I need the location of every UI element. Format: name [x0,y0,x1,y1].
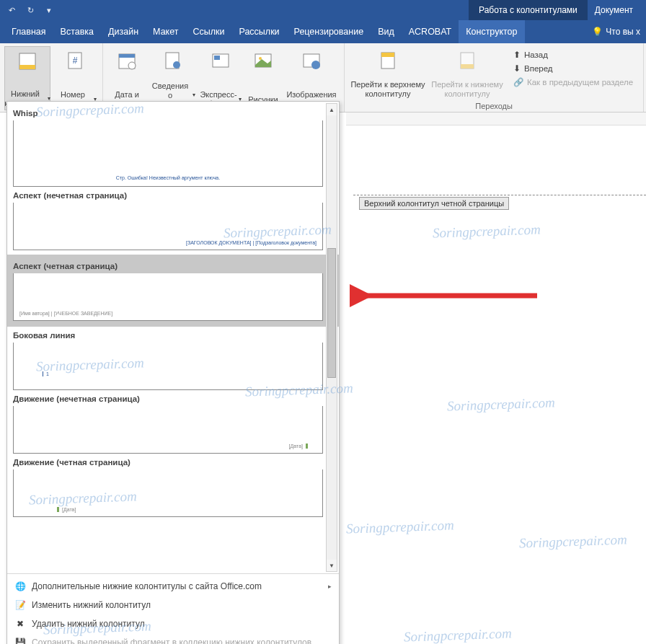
edit-footer-label: Изменить нижний колонтитул [32,600,151,610]
scroll-thumb[interactable] [327,248,336,378]
nav-back-button[interactable]: ⬆Назад [512,49,634,61]
tab-acrobat[interactable]: ACROBAT [402,20,459,43]
gallery-item-label: Боковая линия [13,331,323,340]
tab-mailings[interactable]: Рассылки [231,20,286,43]
svg-point-14 [311,61,320,69]
gallery-scrollbar[interactable]: ▲ ▼ [326,103,337,572]
footer-gallery: WhispСтр. Ошибка! Неизвестный аргумент к… [6,101,340,644]
goto-footer-label: Перейти к нижнему колонтитулу [430,80,505,99]
goto-footer-button: Перейти к нижнему колонтитулу [428,46,506,100]
online-pictures-icon [300,49,323,72]
svg-rect-16 [381,53,394,57]
nav-group-label: Переходы [349,102,639,110]
edit-icon: 📝 [14,599,26,611]
gallery-item[interactable]: Стр. Ошибка! Неизвестный аргумент ключа. [13,120,323,187]
quick-parts-icon [209,49,232,72]
arrow-down-icon: ⬇ [513,63,521,74]
calendar-icon [115,49,138,72]
annotation-arrow [350,280,544,312]
globe-icon: 🌐 [14,581,26,592]
more-footers-label: Дополнительные нижние колонтитулы с сайт… [32,581,262,591]
goto-header-button[interactable]: Перейти к верхнему колонтитулу [349,46,427,100]
svg-point-6 [128,62,136,69]
lightbulb-icon: 💡 [592,27,603,37]
tab-constructor[interactable]: Конструктор [459,20,524,43]
link-previous-label: Как в предыдущем разделе [527,78,633,87]
nav-back-label: Назад [524,50,548,59]
gallery-preview: [Дата] [13,469,323,517]
gallery-item[interactable]: Движение (нечетная страница)[Дата] [13,394,323,454]
document-page[interactable]: Верхний колонтитул четной страницы [346,125,646,644]
goto-header-icon [376,49,399,72]
edit-footer[interactable]: 📝 Изменить нижний колонтитул [7,596,339,614]
tell-me[interactable]: 💡 Что вы х [586,20,646,43]
doc-info-icon [161,49,184,72]
scroll-down-icon[interactable]: ▼ [327,560,337,571]
gallery-preview: 1 [13,343,323,390]
svg-point-8 [173,61,180,69]
gallery-item[interactable]: Боковая линия1 [13,331,323,390]
delete-icon: ✖ [14,618,26,630]
tab-references[interactable]: Ссылки [185,20,231,43]
ruler[interactable] [346,113,646,125]
gallery-preview: Стр. Ошибка! Неизвестный аргумент ключа. [13,120,323,187]
save-footer-selection: 💾 Сохранить выделенный фрагмент в коллек… [7,633,339,644]
tell-me-label: Что вы х [606,27,640,37]
save-icon: 💾 [14,637,26,644]
chevron-right-icon: ▸ [328,583,332,590]
header-label-tag: Верхний колонтитул четной страницы [359,197,509,210]
svg-rect-5 [119,54,135,58]
document-title: Документ [588,0,640,20]
undo-icon[interactable]: ↶ [6,4,17,16]
gallery-item[interactable]: Движение (четная страница)[Дата] [13,458,323,517]
nav-forward-button[interactable]: ⬇Вперед [512,63,634,74]
goto-header-label: Перейти к верхнему колонтитулу [350,80,425,99]
tab-insert[interactable]: Вставка [53,20,101,43]
link-previous-button: 🔗Как в предыдущем разделе [512,76,634,88]
gallery-preview: [Дата] [13,406,323,454]
remove-footer-label: Удалить нижний колонтитул [32,619,145,629]
svg-text:#: # [73,56,78,66]
nav-forward-label: Вперед [524,64,553,73]
svg-rect-18 [461,64,474,69]
tab-layout[interactable]: Макет [146,20,185,43]
footer-icon [16,50,39,73]
header-boundary [353,195,646,195]
gallery-preview: [ЗАГОЛОВОК ДОКУМЕНТА] | [Подзаголовок до… [13,203,323,250]
gallery-preview: [Имя автора] | [УЧЕБНОЕ ЗАВЕДЕНИЕ] [13,273,323,321]
tab-home[interactable]: Главная [4,20,53,43]
more-footers-online[interactable]: 🌐 Дополнительные нижние колонтитулы с са… [7,577,339,596]
arrow-up-icon: ⬆ [513,50,521,60]
document-area: Верхний колонтитул четной страницы [346,113,646,644]
tab-review[interactable]: Рецензирование [287,20,371,43]
save-footer-label: Сохранить выделенный фрагмент в коллекци… [32,638,319,644]
gallery-footer: 🌐 Дополнительные нижние колонтитулы с са… [7,573,339,644]
context-tab-header-footer[interactable]: Работа с колонтитулами [469,0,588,20]
goto-footer-icon [456,49,479,72]
gallery-item-label: Движение (нечетная страница) [13,394,323,403]
redo-icon[interactable]: ↻ [25,4,36,16]
scroll-up-icon[interactable]: ▲ [327,104,337,115]
quick-access-toolbar: ↶ ↻ ▾ [6,4,55,16]
svg-rect-1 [19,65,35,69]
gallery-item[interactable]: Аспект (четная страница)[Имя автора] | [… [7,255,339,327]
gallery-item-label: Аспект (четная страница) [13,262,323,270]
ribbon-group-navigation: Перейти к верхнему колонтитулу Перейти к… [345,43,644,112]
page-number-icon: # [63,49,87,72]
link-icon: 🔗 [513,77,523,87]
title-bar: ↶ ↻ ▾ Работа с колонтитулами Документ [0,0,646,20]
ribbon-tabs: Главная Вставка Дизайн Макет Ссылки Расс… [0,20,646,43]
remove-footer[interactable]: ✖ Удалить нижний колонтитул [7,614,339,633]
svg-point-12 [259,57,262,60]
tab-design[interactable]: Дизайн [101,20,146,43]
gallery-item-label: Whisp [13,109,323,118]
qat-dropdown-icon[interactable]: ▾ [43,4,55,16]
tab-view[interactable]: Вид [371,20,402,43]
svg-rect-10 [214,56,220,60]
picture-icon [252,49,275,72]
gallery-item[interactable]: Аспект (нечетная страница)[ЗАГОЛОВОК ДОК… [13,191,323,250]
gallery-item-label: Движение (четная страница) [13,458,323,467]
gallery-item-label: Аспект (нечетная страница) [13,191,323,200]
